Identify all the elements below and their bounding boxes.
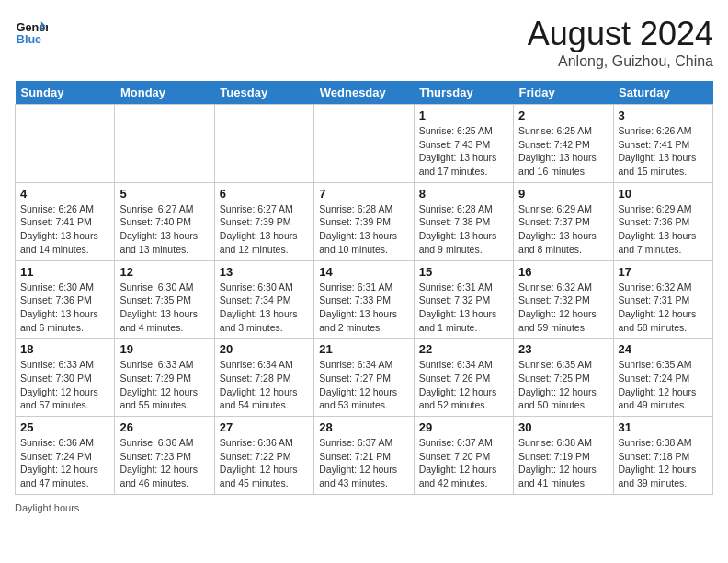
day-cell: 11Sunrise: 6:30 AM Sunset: 7:36 PM Dayli… xyxy=(16,260,115,339)
day-info: Sunrise: 6:34 AM Sunset: 7:26 PM Dayligh… xyxy=(419,358,508,412)
day-number: 4 xyxy=(20,187,109,201)
day-number: 16 xyxy=(518,265,608,279)
day-cell: 12Sunrise: 6:30 AM Sunset: 7:35 PM Dayli… xyxy=(115,260,214,339)
day-info: Sunrise: 6:27 AM Sunset: 7:40 PM Dayligh… xyxy=(119,202,209,257)
day-cell: 5Sunrise: 6:27 AM Sunset: 7:40 PM Daylig… xyxy=(115,182,214,260)
day-number: 21 xyxy=(319,342,408,356)
day-number: 31 xyxy=(619,420,708,434)
day-info: Sunrise: 6:30 AM Sunset: 7:36 PM Dayligh… xyxy=(20,281,109,335)
location-title: Anlong, Guizhou, China xyxy=(528,53,713,70)
day-info: Sunrise: 6:25 AM Sunset: 7:43 PM Dayligh… xyxy=(419,124,508,178)
day-cell: 27Sunrise: 6:36 AM Sunset: 7:22 PM Dayli… xyxy=(214,417,313,495)
day-cell: 2Sunrise: 6:25 AM Sunset: 7:42 PM Daylig… xyxy=(514,105,613,183)
day-number: 14 xyxy=(319,265,408,279)
day-info: Sunrise: 6:31 AM Sunset: 7:33 PM Dayligh… xyxy=(319,281,408,335)
day-number: 28 xyxy=(319,420,408,434)
day-cell: 4Sunrise: 6:26 AM Sunset: 7:41 PM Daylig… xyxy=(16,182,115,260)
day-number: 19 xyxy=(119,342,209,356)
day-cell: 17Sunrise: 6:32 AM Sunset: 7:31 PM Dayli… xyxy=(613,260,712,339)
day-number: 7 xyxy=(319,187,408,201)
day-cell: 23Sunrise: 6:35 AM Sunset: 7:25 PM Dayli… xyxy=(514,339,613,417)
day-cell: 26Sunrise: 6:36 AM Sunset: 7:23 PM Dayli… xyxy=(115,417,214,495)
day-cell: 28Sunrise: 6:37 AM Sunset: 7:21 PM Dayli… xyxy=(314,417,414,495)
weekday-header-wednesday: Wednesday xyxy=(314,81,414,105)
day-cell: 13Sunrise: 6:30 AM Sunset: 7:34 PM Dayli… xyxy=(214,260,313,339)
day-info: Sunrise: 6:36 AM Sunset: 7:24 PM Dayligh… xyxy=(20,436,109,490)
day-number: 20 xyxy=(220,342,309,356)
day-info: Sunrise: 6:33 AM Sunset: 7:29 PM Dayligh… xyxy=(119,358,209,412)
day-number: 23 xyxy=(518,342,608,356)
day-info: Sunrise: 6:33 AM Sunset: 7:30 PM Dayligh… xyxy=(20,358,109,412)
weekday-header-tuesday: Tuesday xyxy=(214,81,313,105)
day-info: Sunrise: 6:27 AM Sunset: 7:39 PM Dayligh… xyxy=(220,202,309,257)
day-cell: 18Sunrise: 6:33 AM Sunset: 7:30 PM Dayli… xyxy=(16,339,115,417)
day-info: Sunrise: 6:26 AM Sunset: 7:41 PM Dayligh… xyxy=(20,202,109,257)
weekday-header-sunday: Sunday xyxy=(16,81,115,105)
daylight-label: Daylight hours xyxy=(15,502,79,513)
day-cell: 21Sunrise: 6:34 AM Sunset: 7:27 PM Dayli… xyxy=(314,339,414,417)
day-info: Sunrise: 6:35 AM Sunset: 7:25 PM Dayligh… xyxy=(518,358,608,412)
day-number: 8 xyxy=(419,187,508,201)
day-cell: 31Sunrise: 6:38 AM Sunset: 7:18 PM Dayli… xyxy=(613,417,712,495)
day-number: 17 xyxy=(619,265,708,279)
day-info: Sunrise: 6:28 AM Sunset: 7:39 PM Dayligh… xyxy=(319,202,408,257)
weekday-header-friday: Friday xyxy=(514,81,613,105)
day-info: Sunrise: 6:34 AM Sunset: 7:28 PM Dayligh… xyxy=(220,358,309,412)
day-cell: 14Sunrise: 6:31 AM Sunset: 7:33 PM Dayli… xyxy=(314,260,414,339)
day-number: 6 xyxy=(220,187,309,201)
day-number: 26 xyxy=(119,420,209,434)
weekday-header-monday: Monday xyxy=(115,81,214,105)
day-cell: 24Sunrise: 6:35 AM Sunset: 7:24 PM Dayli… xyxy=(613,339,712,417)
day-info: Sunrise: 6:29 AM Sunset: 7:37 PM Dayligh… xyxy=(518,202,608,257)
day-number: 5 xyxy=(119,187,209,201)
day-number: 13 xyxy=(220,265,309,279)
day-info: Sunrise: 6:30 AM Sunset: 7:34 PM Dayligh… xyxy=(220,281,309,335)
day-info: Sunrise: 6:36 AM Sunset: 7:23 PM Dayligh… xyxy=(119,436,209,490)
day-number: 24 xyxy=(619,342,708,356)
week-row-2: 4Sunrise: 6:26 AM Sunset: 7:41 PM Daylig… xyxy=(16,182,713,260)
day-cell: 3Sunrise: 6:26 AM Sunset: 7:41 PM Daylig… xyxy=(613,105,712,183)
day-cell: 15Sunrise: 6:31 AM Sunset: 7:32 PM Dayli… xyxy=(414,260,513,339)
day-cell: 22Sunrise: 6:34 AM Sunset: 7:26 PM Dayli… xyxy=(414,339,513,417)
day-cell: 1Sunrise: 6:25 AM Sunset: 7:43 PM Daylig… xyxy=(414,105,513,183)
day-number: 25 xyxy=(20,420,109,434)
day-info: Sunrise: 6:38 AM Sunset: 7:18 PM Dayligh… xyxy=(619,436,708,490)
day-number: 15 xyxy=(419,265,508,279)
day-number: 30 xyxy=(518,420,608,434)
day-info: Sunrise: 6:37 AM Sunset: 7:21 PM Dayligh… xyxy=(319,436,408,490)
week-row-5: 25Sunrise: 6:36 AM Sunset: 7:24 PM Dayli… xyxy=(16,417,713,495)
day-cell xyxy=(314,105,414,183)
day-cell: 30Sunrise: 6:38 AM Sunset: 7:19 PM Dayli… xyxy=(514,417,613,495)
day-cell xyxy=(16,105,115,183)
day-info: Sunrise: 6:32 AM Sunset: 7:31 PM Dayligh… xyxy=(619,281,708,335)
day-info: Sunrise: 6:38 AM Sunset: 7:19 PM Dayligh… xyxy=(518,436,608,490)
day-cell: 7Sunrise: 6:28 AM Sunset: 7:39 PM Daylig… xyxy=(314,182,414,260)
logo-icon: General Blue xyxy=(15,15,48,48)
day-number: 2 xyxy=(518,109,608,122)
day-number: 29 xyxy=(419,420,508,434)
day-number: 12 xyxy=(119,265,209,279)
day-cell: 16Sunrise: 6:32 AM Sunset: 7:32 PM Dayli… xyxy=(514,260,613,339)
day-number: 27 xyxy=(220,420,309,434)
day-info: Sunrise: 6:36 AM Sunset: 7:22 PM Dayligh… xyxy=(220,436,309,490)
day-number: 9 xyxy=(518,187,608,201)
weekday-header-row: SundayMondayTuesdayWednesdayThursdayFrid… xyxy=(16,81,713,105)
day-info: Sunrise: 6:34 AM Sunset: 7:27 PM Dayligh… xyxy=(319,358,408,412)
week-row-4: 18Sunrise: 6:33 AM Sunset: 7:30 PM Dayli… xyxy=(16,339,713,417)
day-cell xyxy=(214,105,313,183)
logo: General Blue xyxy=(15,15,48,48)
day-number: 11 xyxy=(20,265,109,279)
day-number: 10 xyxy=(619,187,708,201)
day-cell: 29Sunrise: 6:37 AM Sunset: 7:20 PM Dayli… xyxy=(414,417,513,495)
day-info: Sunrise: 6:35 AM Sunset: 7:24 PM Dayligh… xyxy=(619,358,708,412)
day-info: Sunrise: 6:26 AM Sunset: 7:41 PM Dayligh… xyxy=(619,124,708,178)
day-info: Sunrise: 6:29 AM Sunset: 7:36 PM Dayligh… xyxy=(619,202,708,257)
svg-text:Blue: Blue xyxy=(17,33,41,46)
day-number: 22 xyxy=(419,342,508,356)
weekday-header-saturday: Saturday xyxy=(613,81,712,105)
day-cell: 6Sunrise: 6:27 AM Sunset: 7:39 PM Daylig… xyxy=(214,182,313,260)
page-header: General Blue August 2024 Anlong, Guizhou… xyxy=(15,15,713,70)
day-cell: 19Sunrise: 6:33 AM Sunset: 7:29 PM Dayli… xyxy=(115,339,214,417)
day-number: 3 xyxy=(619,109,708,122)
day-info: Sunrise: 6:25 AM Sunset: 7:42 PM Dayligh… xyxy=(518,124,608,178)
